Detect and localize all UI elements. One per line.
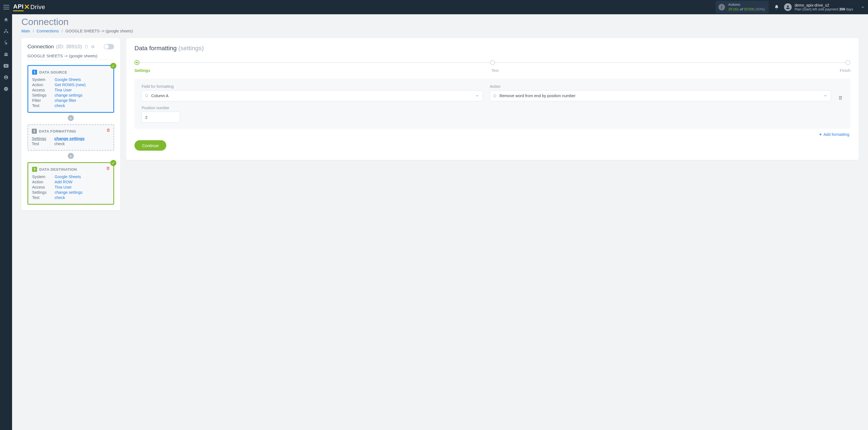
row-value[interactable]: check [55, 103, 65, 108]
card-row: SystemGoogle Sheets [32, 78, 110, 82]
trash-icon[interactable] [106, 128, 110, 132]
gear-icon[interactable] [91, 45, 95, 49]
data-formatting-title: 2 DATA FORMATTING [32, 129, 110, 134]
row-value[interactable]: Tina User [55, 88, 72, 92]
row-key: System [32, 78, 55, 82]
field-value: Column A [151, 94, 168, 98]
bell-icon[interactable] [774, 5, 779, 10]
chevron-down-icon [475, 94, 479, 98]
row-value[interactable]: Add ROW [55, 180, 72, 184]
main-content: Connection Main / Connections / GOOGLE S… [12, 17, 868, 219]
svg-rect-2 [4, 32, 5, 33]
svg-rect-9 [85, 45, 88, 48]
row-value[interactable]: change settings [55, 93, 83, 97]
card-row: Testcheck [32, 103, 110, 108]
field-select[interactable]: Column A [142, 90, 483, 101]
info-icon: i [718, 4, 725, 10]
actions-usage[interactable]: i Actions: 25'161 of 50'000 (50%) [716, 1, 769, 13]
plus-icon: + [819, 132, 822, 137]
continue-button[interactable]: Continue [134, 140, 166, 151]
settings-title: Data formatting (settings) [134, 45, 850, 52]
row-key: Filter [32, 98, 55, 103]
row-value: check [54, 142, 65, 146]
card-row: Filterchange filter [32, 98, 110, 103]
breadcrumb-main[interactable]: Main [22, 29, 30, 33]
svg-point-6 [5, 76, 7, 78]
step-finish[interactable] [845, 60, 850, 65]
user-icon[interactable] [3, 74, 9, 80]
step-label-test: Test [491, 68, 499, 73]
username: demo_apix-drive_s2 [795, 3, 853, 8]
svg-text:?: ? [5, 88, 7, 91]
actions-usage-text: Actions: 25'161 of 50'000 (50%) [728, 2, 765, 12]
actions-total: 50'000 [744, 7, 754, 11]
data-destination-card[interactable]: ✓ 3 DATA DESTINATION SystemGoogle Sheets… [27, 162, 114, 205]
step-number: 2 [32, 129, 37, 134]
logo-api: API [13, 3, 24, 11]
data-source-card[interactable]: ✓ 1 DATA SOURCE SystemGoogle SheetsActio… [27, 65, 114, 113]
row-value[interactable]: Get ROWS (new) [55, 83, 86, 87]
help-icon[interactable]: ? [3, 86, 9, 92]
user-menu[interactable]: demo_apix-drive_s2 Plan |Start| left unt… [784, 3, 865, 11]
row-value[interactable]: change settings [55, 190, 83, 194]
step-number: 3 [32, 167, 37, 172]
settings-title-main: Data formatting [134, 45, 177, 52]
connection-panel-title: Connection (ID: 38910) [27, 43, 114, 50]
card-row: AccessTina User [32, 88, 110, 92]
trash-icon[interactable] [106, 166, 110, 171]
card-row: Testcheck [32, 142, 110, 146]
row-value[interactable]: Google Sheets [55, 78, 81, 82]
row-value[interactable]: change filter [55, 98, 76, 103]
sitemap-icon[interactable] [3, 29, 9, 34]
add-formatting-text: Add formatting [824, 132, 849, 137]
formatting-form: Field for formatting Column A Action Rem… [134, 79, 850, 129]
row-key: Settings [32, 93, 55, 97]
add-step-button[interactable]: + [68, 153, 74, 159]
copy-icon[interactable] [84, 45, 88, 49]
position-label: Position number [142, 106, 843, 110]
card-title-text: DATA DESTINATION [39, 167, 77, 172]
row-key: Action [32, 180, 55, 184]
connection-subtitle: GOOGLE SHEETS -> (google sheets) [27, 54, 114, 60]
breadcrumb-current: GOOGLE SHEETS -> (google sheets) [65, 29, 133, 33]
row-value[interactable]: check [55, 195, 65, 200]
card-row: Settingschange settings [32, 136, 110, 141]
row-value[interactable]: Google Sheets [55, 175, 81, 179]
add-step-button[interactable]: + [68, 115, 74, 121]
step-settings[interactable] [134, 60, 140, 65]
home-icon[interactable] [3, 17, 9, 23]
connection-toggle[interactable] [104, 44, 114, 50]
briefcase-icon[interactable] [3, 52, 9, 57]
logo[interactable]: API ✕ Drive [13, 3, 45, 11]
row-key: Test [32, 103, 55, 108]
position-input[interactable] [142, 112, 180, 123]
row-key: System [32, 175, 55, 179]
card-title-text: DATA FORMATTING [39, 129, 76, 133]
step-test[interactable] [490, 60, 495, 65]
row-key: Access [32, 88, 55, 92]
svg-point-0 [787, 5, 789, 7]
row-key: Test [32, 142, 54, 146]
breadcrumb-connections[interactable]: Connections [37, 29, 59, 33]
action-select[interactable]: Remove word from end by position number [490, 90, 831, 101]
step-number: 1 [32, 70, 37, 74]
remove-row-icon[interactable] [838, 93, 843, 100]
actions-label: Actions: [728, 2, 765, 7]
plan-text: Plan |Start| left until payment 359 days [795, 7, 853, 11]
settings-title-sub: (settings) [178, 45, 204, 52]
row-value[interactable]: Tina User [55, 185, 72, 189]
row-key: Settings [32, 190, 55, 194]
svg-rect-1 [5, 29, 7, 30]
step-label-settings: Settings [134, 68, 150, 73]
field-label: Field for formatting [142, 84, 483, 89]
add-formatting-link[interactable]: + Add formatting [135, 132, 849, 137]
chevron-down-icon [824, 94, 827, 98]
action-label: Action [490, 84, 831, 89]
hamburger-menu-icon[interactable] [3, 4, 9, 11]
data-source-title: 1 DATA SOURCE [32, 70, 110, 74]
youtube-icon[interactable] [3, 63, 9, 69]
sidebar-rail: ? [0, 14, 12, 219]
row-value[interactable]: change settings [54, 136, 85, 141]
data-formatting-card[interactable]: 2 DATA FORMATTING Settingschange setting… [27, 124, 114, 151]
dollar-icon[interactable] [3, 40, 9, 45]
